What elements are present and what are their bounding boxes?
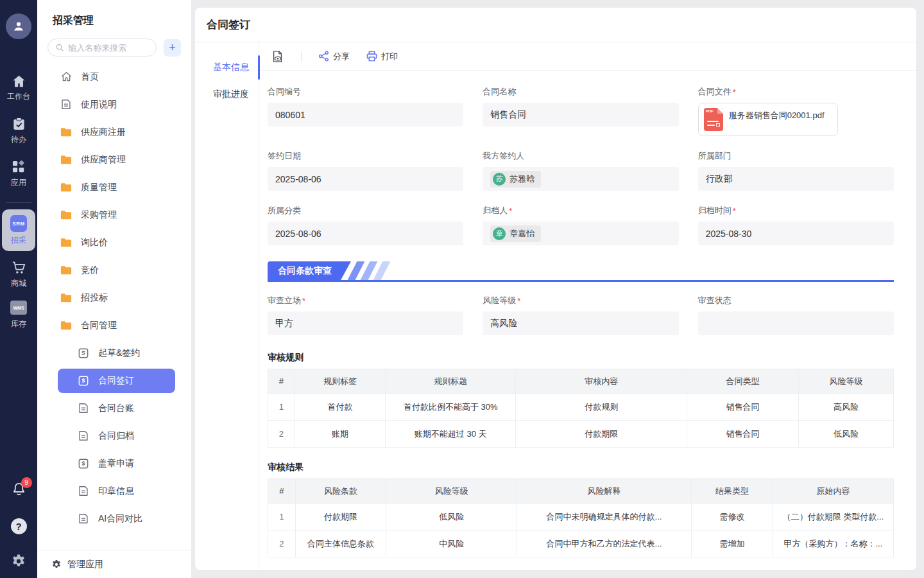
review-status-input[interactable] <box>698 311 894 335</box>
form-scroll-area: 合同编号 080601 合同名称 销售合同 合同文件* <box>259 71 916 570</box>
notifications-button[interactable]: 9 <box>12 482 26 499</box>
signer-input[interactable]: 苏 苏雅晗 <box>483 167 678 191</box>
risk-level-input[interactable]: 高风险 <box>483 311 678 335</box>
manage-apps-button[interactable]: 管理应用 <box>37 550 191 578</box>
column-header: # <box>268 479 296 504</box>
folder-icon <box>60 210 73 220</box>
sidebar-item-label: 盖章申请 <box>98 458 134 469</box>
table-cell: 需增加 <box>692 530 773 557</box>
rail-item-label: 待办 <box>11 134 26 145</box>
table-cell: （二）付款期限 类型付款... <box>773 504 893 530</box>
share-label: 分享 <box>333 51 350 62</box>
folder-icon <box>60 127 73 137</box>
rail-item-workbench[interactable]: 工作台 <box>7 75 30 102</box>
review-position-input[interactable]: 甲方 <box>268 311 463 335</box>
app-rail: 工作台 待办 应用 SRM 招采 商城 WMS 库存 9 <box>0 0 37 578</box>
share-button[interactable]: 分享 <box>314 48 354 65</box>
folder-icon <box>60 155 73 164</box>
rules-table: # 规则标签 规则标题 审核内容 合同类型 风险等级 1 <box>268 369 894 448</box>
sidebar-item-seal-info[interactable]: 印章信息 <box>37 477 191 505</box>
cart-icon <box>12 261 26 274</box>
table-row[interactable]: 1 首付款 首付款比例不能高于 30% 付款规则 销售合同 高风险 <box>268 394 894 421</box>
table-cell: 合同主体信息条款 <box>295 530 386 557</box>
tab-basic-info[interactable]: 基本信息 <box>195 54 259 81</box>
settings-gear-button[interactable] <box>11 554 26 569</box>
sidebar-item-label: 合同管理 <box>81 320 117 331</box>
folder-icon <box>60 182 73 192</box>
sidebar-item-rfq[interactable]: 询比价 <box>37 229 191 256</box>
sidebar-item-contract-archive[interactable]: 合同归档 <box>37 422 191 450</box>
search-input[interactable] <box>68 43 148 53</box>
share-icon <box>318 51 329 62</box>
table-header-row: # 规则标签 规则标题 审核内容 合同类型 风险等级 <box>268 369 894 394</box>
table-row[interactable]: 2 账期 账期不能超过 30 天 付款期限 销售合同 低风险 <box>268 421 894 448</box>
field-signer: 我方签约人 苏 苏雅晗 <box>483 150 678 191</box>
sidebar-item-seal-apply[interactable]: 盖章申请 <box>37 450 191 477</box>
person-avatar: 苏 <box>493 173 506 186</box>
sidebar-item-contract-signing[interactable]: 合同签订 <box>58 369 175 393</box>
rail-item-mall[interactable]: 商城 <box>11 261 26 289</box>
table-row[interactable]: 2 合同主体信息条款 中风险 合同中甲方和乙方的法定代表... 需增加 甲方（采… <box>268 530 894 557</box>
sidebar-item-procurement-mgmt[interactable]: 采购管理 <box>37 201 191 229</box>
module-sidebar: 招采管理 + 首页 使用说明 供应商注册 供应商管理 <box>37 0 191 578</box>
field-review-position: 审查立场* 甲方 <box>268 295 463 335</box>
rail-item-todo[interactable]: 待办 <box>11 118 26 145</box>
category-input[interactable]: 2025-08-06 <box>268 222 463 245</box>
column-header: 风险条款 <box>295 479 386 504</box>
tab-approval-progress[interactable]: 审批进度 <box>195 81 259 108</box>
required-asterisk: * <box>302 296 305 306</box>
sidebar-item-guide[interactable]: 使用说明 <box>37 91 191 118</box>
help-button[interactable]: ? <box>11 518 27 534</box>
field-sign-date: 签约日期 2025-08-06 <box>268 150 463 191</box>
rail-item-srm-active[interactable]: SRM 招采 <box>2 209 35 251</box>
table-cell: 销售合同 <box>687 394 799 421</box>
print-button[interactable]: 打印 <box>363 48 402 65</box>
table-cell: 付款期限 <box>516 421 687 448</box>
sidebar-item-bidding-price[interactable]: 竞价 <box>37 256 191 284</box>
table-row[interactable]: 1 付款期限 低风险 合同中未明确规定具体的付款... 需修改 （二）付款期限 … <box>268 504 894 530</box>
sidebar-item-ai-contract-compare[interactable]: AI合同对比 <box>37 505 191 532</box>
sidebar-item-tendering[interactable]: 招投标 <box>37 284 191 311</box>
sidebar-item-home[interactable]: 首页 <box>37 63 191 91</box>
rail-item-apps[interactable]: 应用 <box>11 161 26 188</box>
contract-name-input[interactable]: 销售合同 <box>483 103 678 127</box>
sign-date-input[interactable]: 2025-08-06 <box>268 167 463 191</box>
column-header: 原始内容 <box>773 479 893 504</box>
sidebar-item-label: 合同台账 <box>98 403 134 414</box>
department-input[interactable]: 行政部 <box>698 167 894 191</box>
add-button[interactable]: + <box>164 39 181 57</box>
sidebar-item-supplier-reg[interactable]: 供应商注册 <box>37 118 191 146</box>
user-avatar[interactable] <box>6 13 31 39</box>
field-label: 所属部门 <box>698 150 732 162</box>
table-cell: 合同中甲方和乙方的法定代表... <box>517 530 692 557</box>
sidebar-item-supplier-mgmt[interactable]: 供应商管理 <box>37 146 191 173</box>
results-heading: 审核结果 <box>268 462 894 473</box>
sidebar-item-contract-mgmt[interactable]: 合同管理 <box>37 311 191 339</box>
person-name: 苏雅晗 <box>509 173 535 185</box>
column-header: 风险等级 <box>798 369 893 394</box>
table-cell: 1 <box>268 504 296 530</box>
sidebar-item-label: 合同签订 <box>98 375 134 387</box>
table-cell: 账期不能超过 30 天 <box>386 421 516 448</box>
archive-time-input[interactable]: 2025-08-30 <box>698 222 894 245</box>
field-label: 合同文件 <box>698 86 732 98</box>
archiver-input[interactable]: 章 章嘉怡 <box>483 222 678 245</box>
preview-file-button[interactable] <box>268 48 288 66</box>
sidebar-item-draft-sign[interactable]: 起草&签约 <box>37 339 191 367</box>
sidebar-item-quality-mgmt[interactable]: 质量管理 <box>37 173 191 201</box>
folder-icon <box>60 293 73 302</box>
sidebar-item-label: 招投标 <box>81 292 108 304</box>
table-cell: 账期 <box>295 421 385 448</box>
pdf-file-icon: PDF <box>704 108 723 131</box>
sidebar-item-contract-ledger[interactable]: 合同台账 <box>37 394 191 422</box>
contract-no-input[interactable]: 080601 <box>268 103 463 127</box>
sidebar-search-row: + <box>37 28 191 57</box>
table-cell: 高风险 <box>798 394 893 421</box>
table-cell: 甲方（采购方）：名称：... <box>773 530 893 557</box>
search-icon <box>56 43 64 52</box>
manage-gear-icon <box>51 559 62 570</box>
rail-item-wms[interactable]: WMS 库存 <box>10 301 27 329</box>
contract-file-card[interactable]: PDF 服务器销售合同02001.pdf <box>698 103 838 136</box>
table-cell: 低风险 <box>386 504 517 530</box>
person-icon <box>12 19 26 33</box>
